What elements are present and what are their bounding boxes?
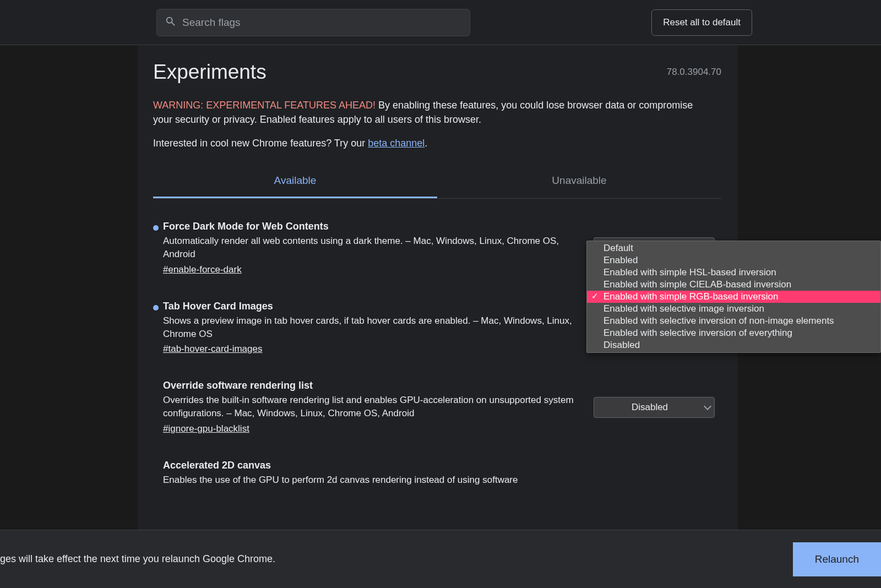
reset-all-button[interactable]: Reset all to default xyxy=(651,9,752,36)
dropdown-option[interactable]: Enabled with simple CIELAB-based inversi… xyxy=(587,279,880,291)
bottom-bar: ur changes will take effect the next tim… xyxy=(0,530,881,588)
beta-channel-link[interactable]: beta channel xyxy=(368,138,425,149)
interest-suffix: . xyxy=(425,138,427,149)
flag-title: Override software rendering list xyxy=(163,380,583,391)
warning-prefix: WARNING: EXPERIMENTAL FEATURES AHEAD! xyxy=(153,100,376,111)
restart-message: ur changes will take effect the next tim… xyxy=(0,553,275,565)
flag-description: Automatically render all web contents us… xyxy=(163,235,583,261)
dropdown-option[interactable]: Enabled xyxy=(587,254,880,266)
warning-paragraph: WARNING: EXPERIMENTAL FEATURES AHEAD! By… xyxy=(153,98,715,127)
flag-title: Tab Hover Card Images xyxy=(163,301,583,312)
interest-paragraph: Interested in cool new Chrome features? … xyxy=(153,138,721,149)
dropdown-option[interactable]: Default xyxy=(587,242,880,254)
dropdown-option[interactable]: Enabled with simple RGB-based inversion xyxy=(587,291,880,303)
dot-spacer xyxy=(153,380,163,434)
version-text: 78.0.3904.70 xyxy=(667,67,721,78)
flag-body: Force Dark Mode for Web ContentsAutomati… xyxy=(163,221,594,275)
modified-dot-icon xyxy=(153,225,159,231)
flag-row: Accelerated 2D canvasEnables the use of … xyxy=(153,460,715,490)
flag-body: Override software rendering listOverride… xyxy=(163,380,594,434)
modified-dot-icon xyxy=(153,305,159,311)
search-input[interactable] xyxy=(182,17,462,29)
flag-body: Tab Hover Card ImagesShows a preview ima… xyxy=(163,301,594,355)
tabs: Available Unavailable xyxy=(153,165,721,199)
flag-description: Enables the use of the GPU to perform 2d… xyxy=(163,473,704,487)
flag-title: Force Dark Mode for Web Contents xyxy=(163,221,583,232)
page-title: Experiments xyxy=(153,61,267,84)
search-icon xyxy=(165,15,182,30)
flag-body: Accelerated 2D canvasEnables the use of … xyxy=(163,460,715,490)
flag-description: Shows a preview image in tab hover cards… xyxy=(163,314,583,341)
flag-select[interactable]: Disabled xyxy=(594,397,715,418)
search-box[interactable] xyxy=(156,9,470,36)
flag-description: Overrides the built-in software renderin… xyxy=(163,394,583,420)
header-bar: Reset all to default xyxy=(0,0,881,45)
flag-title: Accelerated 2D canvas xyxy=(163,460,704,471)
tab-available[interactable]: Available xyxy=(153,165,437,198)
flag-select-wrap: Disabled xyxy=(594,380,715,434)
page-title-row: Experiments 78.0.3904.70 xyxy=(153,61,721,84)
dropdown-option[interactable]: Enabled with selective inversion of ever… xyxy=(587,327,880,339)
select-holder: Disabled xyxy=(594,397,715,418)
tab-unavailable[interactable]: Unavailable xyxy=(437,165,721,198)
flag-row: Override software rendering listOverride… xyxy=(153,380,715,434)
interest-prefix: Interested in cool new Chrome features? … xyxy=(153,138,368,149)
dropdown-option[interactable]: Disabled xyxy=(587,339,880,351)
dot-spacer xyxy=(153,460,163,490)
relaunch-button[interactable]: Relaunch xyxy=(793,542,881,576)
dropdown-menu[interactable]: DefaultEnabledEnabled with simple HSL-ba… xyxy=(586,241,881,353)
flag-hash-link[interactable]: #tab-hover-card-images xyxy=(163,344,262,355)
dropdown-option[interactable]: Enabled with selective inversion of non-… xyxy=(587,315,880,327)
dropdown-option[interactable]: Enabled with simple HSL-based inversion xyxy=(587,266,880,279)
page-outer: Experiments 78.0.3904.70 WARNING: EXPERI… xyxy=(0,45,881,530)
flag-hash-link[interactable]: #enable-force-dark xyxy=(163,264,242,275)
dropdown-option[interactable]: Enabled with selective image inversion xyxy=(587,303,880,315)
flag-hash-link[interactable]: #ignore-gpu-blacklist xyxy=(163,423,249,434)
